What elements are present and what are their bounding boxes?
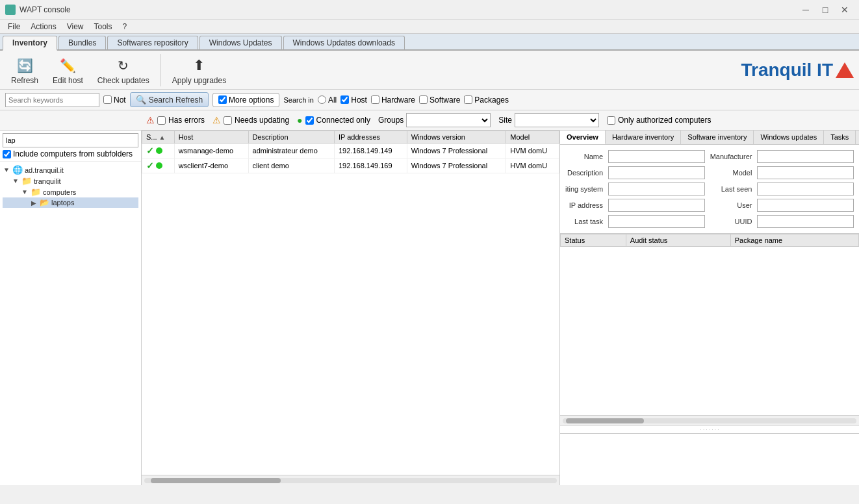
tab-softwares-repository[interactable]: Softwares repository xyxy=(107,36,198,49)
logo-triangle-icon xyxy=(836,62,854,78)
table-row[interactable]: ✓ wsclient7-demo client demo 192.168.149… xyxy=(142,158,559,173)
row1-model: HVM domU xyxy=(506,144,559,158)
tree-node-root[interactable]: ▼ 🌐 ad.tranquil.it xyxy=(3,164,138,175)
right-tab-hardware[interactable]: Hardware inventory xyxy=(606,131,681,144)
search-input[interactable] xyxy=(5,93,99,107)
col-description[interactable]: Description xyxy=(248,131,334,144)
more-options-checkbox[interactable] xyxy=(218,95,227,104)
software-checkbox-label[interactable]: Software xyxy=(419,95,460,105)
user-field[interactable] xyxy=(757,199,854,212)
include-subfolders-checkbox[interactable] xyxy=(3,150,11,158)
refresh-button[interactable]: 🔄 Refresh xyxy=(5,52,44,88)
table-row[interactable]: ✓ wsmanage-demo administrateur demo 192.… xyxy=(142,144,559,158)
package-scroll[interactable] xyxy=(560,247,859,415)
minimize-button[interactable]: ─ xyxy=(797,3,815,16)
tab-windows-updates[interactable]: Windows Updates xyxy=(199,36,282,49)
all-checkbox-label[interactable]: All xyxy=(318,95,337,105)
tab-inventory[interactable]: Inventory xyxy=(3,36,57,51)
maximize-button[interactable]: □ xyxy=(816,3,834,16)
packages-checkbox[interactable] xyxy=(464,95,472,104)
ip-field[interactable] xyxy=(608,199,705,212)
os-field[interactable] xyxy=(608,183,705,195)
col-model[interactable]: Model xyxy=(506,131,559,144)
apply-upgrades-icon: ⬆ xyxy=(188,55,209,76)
col-host[interactable]: Host xyxy=(174,131,248,144)
tree-node-computers[interactable]: ▼ 📁 computers xyxy=(3,186,138,197)
uuid-field[interactable] xyxy=(757,215,854,228)
tab-bundles[interactable]: Bundles xyxy=(58,36,106,49)
name-label: Name xyxy=(565,153,603,160)
menu-file[interactable]: File xyxy=(3,21,25,32)
has-errors-checkbox[interactable] xyxy=(157,116,166,125)
scrollbar-thumb xyxy=(151,478,281,483)
manufacturer-field[interactable] xyxy=(757,150,854,163)
check-updates-button[interactable]: ↻ Check updates xyxy=(92,52,155,88)
groups-select[interactable] xyxy=(406,113,491,127)
software-checkbox[interactable] xyxy=(419,95,428,104)
has-errors-filter: ⚠ Has errors xyxy=(146,115,205,125)
row1-description: administrateur demo xyxy=(248,144,334,158)
col-windows[interactable]: Windows version xyxy=(407,131,506,144)
dot-icon-2 xyxy=(156,162,162,169)
hardware-checkbox[interactable] xyxy=(371,95,379,104)
host-checkbox-label[interactable]: Host xyxy=(340,95,367,105)
tree-search-input[interactable] xyxy=(3,133,138,147)
ip-label: IP address xyxy=(565,201,603,209)
tree-expander-tranquilit[interactable]: ▼ xyxy=(12,177,19,185)
tree-search-box: Include computers from subfolders xyxy=(0,131,141,162)
row2-status: ✓ xyxy=(142,158,175,173)
col-pkg-name[interactable]: Package name xyxy=(730,234,858,247)
only-authorized-checkbox[interactable] xyxy=(607,116,615,125)
model-field[interactable] xyxy=(757,166,854,179)
search-in-label: Search in xyxy=(283,96,313,104)
last-seen-field[interactable] xyxy=(757,183,854,195)
tree-node-laptops[interactable]: ▶ 📂 laptops xyxy=(3,197,138,208)
tree-expander-laptops[interactable]: ▶ xyxy=(30,199,38,207)
logo-area: Tranquil IT xyxy=(741,60,854,81)
more-options-button[interactable]: More options xyxy=(212,93,279,107)
right-tab-overview[interactable]: Overview xyxy=(560,131,606,144)
bottom-scrollbar[interactable] xyxy=(560,415,859,425)
not-checkbox-label[interactable]: Not xyxy=(103,95,126,105)
menu-tools[interactable]: Tools xyxy=(89,21,118,32)
right-tab-windows-updates[interactable]: Windows updates xyxy=(754,131,824,144)
col-pkg-audit[interactable]: Audit status xyxy=(626,234,730,247)
list-scroll-container[interactable]: S... ▲ Host Description IP addresses Win… xyxy=(142,131,559,475)
not-checkbox[interactable] xyxy=(103,95,112,104)
menu-actions[interactable]: Actions xyxy=(25,21,61,32)
col-ip[interactable]: IP addresses xyxy=(335,131,407,144)
tree-expander-computers[interactable]: ▼ xyxy=(21,188,29,196)
right-tab-tasks[interactable]: Tasks xyxy=(824,131,856,144)
include-subfolders-label[interactable]: Include computers from subfolders xyxy=(3,149,138,158)
name-field[interactable] xyxy=(608,150,705,163)
col-pkg-status[interactable]: Status xyxy=(561,234,626,247)
menu-view[interactable]: View xyxy=(62,21,89,32)
resize-handle[interactable]: · · · · · · · xyxy=(560,425,859,433)
check-icon-1: ✓ xyxy=(146,145,154,156)
apply-upgrades-button[interactable]: ⬆ Apply upgrades xyxy=(166,52,232,88)
search-refresh-button[interactable]: 🔍 Search Refresh xyxy=(130,92,209,107)
all-radio[interactable] xyxy=(318,95,326,104)
menu-help[interactable]: ? xyxy=(118,21,133,32)
bottom-text-area[interactable] xyxy=(560,433,859,485)
packages-checkbox-label[interactable]: Packages xyxy=(464,95,509,105)
connected-only-checkbox[interactable] xyxy=(305,116,314,125)
needs-updating-checkbox[interactable] xyxy=(224,116,232,125)
col-status[interactable]: S... ▲ xyxy=(142,131,175,144)
package-area: Status Audit status Package name xyxy=(560,233,859,415)
edit-host-icon: ✏️ xyxy=(57,55,78,76)
tab-windows-updates-downloads[interactable]: Windows Updates downloads xyxy=(283,36,405,49)
list-horizontal-scrollbar[interactable] xyxy=(142,475,559,485)
dot-icon-1 xyxy=(156,147,162,154)
hardware-checkbox-label[interactable]: Hardware xyxy=(371,95,415,105)
close-button[interactable]: ✕ xyxy=(836,3,854,16)
description-field[interactable] xyxy=(608,166,705,179)
tree-expander-root[interactable]: ▼ xyxy=(3,166,10,174)
last-task-field[interactable] xyxy=(608,215,705,228)
tree-label-laptops: laptops xyxy=(51,199,74,207)
site-select[interactable] xyxy=(515,113,599,127)
edit-host-button[interactable]: ✏️ Edit host xyxy=(47,52,89,88)
host-checkbox[interactable] xyxy=(340,95,349,104)
right-tab-software[interactable]: Software inventory xyxy=(681,131,754,144)
tree-node-tranquilit[interactable]: ▼ 📁 tranquilit xyxy=(3,175,138,186)
